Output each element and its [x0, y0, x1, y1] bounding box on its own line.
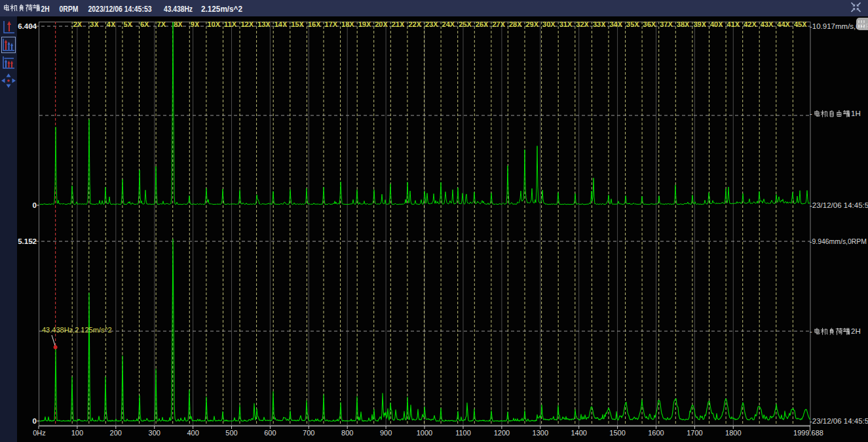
svg-text:32X: 32X: [576, 20, 589, 28]
svg-text:12X: 12X: [241, 20, 254, 28]
svg-text:2H: 2H: [851, 327, 861, 335]
svg-text:20X: 20X: [375, 20, 388, 28]
svg-text:34X: 34X: [610, 20, 623, 28]
svg-text:-23/12/06 14:45:53: -23/12/06 14:45:53: [810, 417, 868, 425]
svg-text:9X: 9X: [191, 20, 200, 28]
svg-text:1400: 1400: [571, 429, 586, 437]
svg-text:100: 100: [71, 429, 83, 437]
svg-text:14X: 14X: [274, 20, 288, 28]
svg-text:39X: 39X: [693, 20, 706, 28]
svg-text:21X: 21X: [392, 20, 405, 28]
svg-text:35X: 35X: [626, 20, 639, 28]
svg-text:23X: 23X: [425, 20, 438, 28]
svg-text:17X: 17X: [325, 20, 338, 28]
svg-text:42X: 42X: [744, 20, 757, 28]
svg-text:700: 700: [303, 429, 314, 437]
svg-text:1100: 1100: [455, 429, 471, 437]
svg-text:1600: 1600: [648, 429, 664, 437]
svg-text:10X: 10X: [207, 20, 220, 28]
svg-text:19X: 19X: [358, 20, 371, 28]
svg-text:28X: 28X: [509, 20, 522, 28]
svg-text:36X: 36X: [643, 20, 656, 28]
svg-text:1000: 1000: [417, 429, 432, 437]
svg-text:33X: 33X: [593, 20, 606, 28]
svg-text:43.438Hz: 43.438Hz: [164, 5, 193, 14]
svg-text:2023/12/06 14:45:53: 2023/12/06 14:45:53: [88, 5, 152, 14]
svg-text:30X: 30X: [542, 20, 556, 28]
svg-text:-23/12/06 14:45:53: -23/12/06 14:45:53: [810, 201, 868, 209]
svg-text:-: -: [810, 327, 812, 335]
svg-text:29X: 29X: [526, 20, 539, 28]
svg-text:43.438Hz,2.125m/s^2: 43.438Hz,2.125m/s^2: [42, 326, 112, 334]
svg-text:8X: 8X: [174, 20, 183, 28]
svg-text:26X: 26X: [476, 20, 489, 28]
svg-text:1H: 1H: [851, 110, 861, 117]
svg-text:800: 800: [341, 429, 353, 437]
svg-text:5.152: 5.152: [18, 237, 37, 245]
svg-text:600: 600: [264, 429, 276, 437]
svg-text:37X: 37X: [660, 20, 673, 28]
svg-text:0Hz: 0Hz: [33, 429, 46, 437]
svg-text:15X: 15X: [291, 20, 304, 28]
svg-text:22X: 22X: [408, 20, 421, 28]
svg-text:1200: 1200: [494, 429, 510, 437]
svg-text:2H: 2H: [41, 5, 50, 14]
svg-text:900: 900: [380, 429, 392, 437]
svg-text:1999.688: 1999.688: [793, 429, 823, 437]
svg-text:1300: 1300: [533, 429, 548, 437]
svg-text:43X: 43X: [761, 20, 774, 28]
svg-text:5X: 5X: [123, 20, 132, 28]
svg-text:3X: 3X: [90, 20, 99, 28]
svg-text:45X: 45X: [794, 20, 807, 28]
svg-text:2X: 2X: [73, 20, 83, 28]
svg-text:38X: 38X: [677, 20, 690, 28]
svg-text:-9.946mm/s,0RPM: -9.946mm/s,0RPM: [810, 237, 867, 245]
svg-text:6.404: 6.404: [18, 22, 37, 30]
svg-text:0: 0: [33, 201, 37, 209]
svg-text:16X: 16X: [308, 20, 321, 28]
svg-text:1800: 1800: [725, 429, 741, 437]
svg-text:300: 300: [149, 429, 160, 437]
svg-text:44X: 44X: [777, 20, 790, 28]
svg-text:6X: 6X: [140, 20, 149, 28]
svg-text:0RPM: 0RPM: [60, 5, 79, 14]
svg-text:11X: 11X: [224, 20, 237, 28]
svg-text:25X: 25X: [459, 20, 472, 28]
svg-text:1700: 1700: [687, 429, 702, 437]
svg-text:0: 0: [33, 417, 37, 425]
svg-text:500: 500: [225, 429, 237, 437]
svg-text:40X: 40X: [710, 20, 723, 28]
svg-text:13X: 13X: [257, 20, 271, 28]
svg-text:7X: 7X: [157, 20, 166, 28]
svg-text:400: 400: [187, 429, 198, 437]
svg-text:1500: 1500: [609, 429, 625, 437]
svg-text:-: -: [810, 110, 812, 117]
svg-text:2.125m/s^2: 2.125m/s^2: [201, 5, 242, 14]
svg-text:18X: 18X: [341, 20, 354, 28]
svg-text:41X: 41X: [727, 20, 740, 28]
svg-text:31X: 31X: [559, 20, 573, 28]
svg-text:24X: 24X: [442, 20, 455, 28]
svg-text:27X: 27X: [492, 20, 505, 28]
svg-text:4X: 4X: [107, 20, 116, 28]
svg-text:200: 200: [110, 429, 122, 437]
